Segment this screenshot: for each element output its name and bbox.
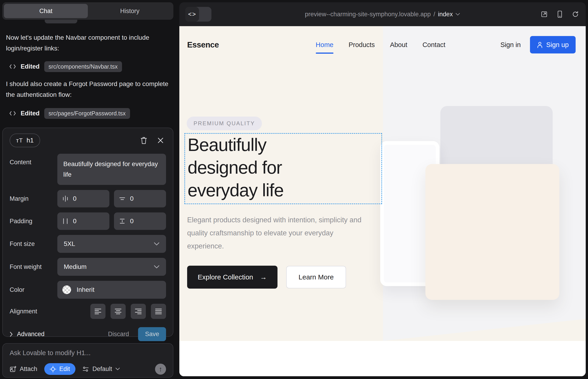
sliders-icon [82,366,89,372]
edited-label: Edited [21,63,40,70]
nav-link-contact[interactable]: Contact [422,41,445,49]
edited-file-badge[interactable]: src/components/Navbar.tsx [44,61,122,72]
alignment-field-label: Alignment [10,308,57,315]
hero-heading[interactable]: Beautifully designed for everyday life [187,134,283,202]
padding-horizontal-input[interactable]: 0 [57,212,109,230]
edit-mode-label: Edit [59,365,70,373]
tab-chat[interactable]: Chat [4,4,88,18]
attach-button[interactable]: Attach [10,365,37,373]
preview-url-page[interactable]: index [438,11,453,18]
send-button[interactable]: ↑ [155,364,166,375]
selected-element-pill: тT h1 [10,134,40,147]
padding-field-label: Padding [10,218,57,225]
edited-file-badge[interactable]: src/pages/ForgotPassword.tsx [44,108,130,119]
learn-more-button[interactable]: Learn More [286,266,346,288]
mobile-view-icon[interactable] [557,11,562,18]
chat-message: I should also create a Forgot Password p… [6,79,169,100]
font-weight-select[interactable]: Medium [57,258,166,276]
scrolled-chat-item-peek [45,20,77,23]
code-view-toggle[interactable]: <> [185,7,211,22]
content-field-label: Content [10,154,57,166]
color-field-label: Color [10,286,57,293]
color-value: Inherit [77,286,94,293]
tab-history[interactable]: History [88,4,172,18]
font-size-field-label: Font size [10,240,57,248]
user-icon [537,42,543,48]
nav-link-home[interactable]: Home [316,41,333,49]
code-icon [9,63,16,69]
model-default-dropdown[interactable]: Default [82,365,120,373]
margin-vertical-input[interactable]: 0 [114,190,166,207]
save-button[interactable]: Save [138,327,166,341]
sign-in-link[interactable]: Sign in [500,41,521,49]
rendered-site: Essence Home Products About Contact Sign… [179,26,586,376]
align-justify-button[interactable] [151,304,166,319]
font-weight-value: Medium [64,263,87,270]
chevron-down-icon [115,367,120,371]
chat-history-tabbar: Chat History [2,2,173,20]
preview-url-bar: preview--charming-site-symphony.lovable.… [179,11,586,18]
advanced-toggle[interactable]: Advanced [10,331,45,338]
edit-mode-button[interactable]: Edit [44,363,76,375]
nav-link-products[interactable]: Products [349,41,375,49]
close-editor-button[interactable] [157,137,164,144]
align-center-button[interactable] [110,304,126,319]
advanced-label: Advanced [17,331,45,338]
sign-up-button[interactable]: Sign up [530,36,576,53]
next-section-background [179,341,586,376]
hero-heading-line: Beautifully [187,134,283,156]
discard-button[interactable]: Discard [108,331,129,338]
align-left-button[interactable] [90,304,106,319]
transparent-swatch-icon [62,285,71,294]
chevron-down-icon [154,242,160,246]
hero-badge: PREMIUM QUALITY [187,117,262,130]
file-edit-row[interactable]: Edited src/pages/ForgotPassword.tsx [9,107,130,120]
model-default-label: Default [93,365,112,373]
explore-collection-label: Explore Collection [198,273,253,281]
edit-target-icon [50,366,56,372]
font-weight-field-label: Font weight [10,263,57,270]
margin-field-label: Margin [10,195,57,202]
hero-description: Elegant products designed with intention… [187,213,371,253]
margin-horizontal-input[interactable]: 0 [57,190,109,207]
attach-image-icon [10,366,16,373]
chevron-down-icon [154,265,160,269]
margin-horizontal-icon [62,195,68,202]
hero-heading-line: everyday life [187,179,283,202]
padding-vertical-icon [119,218,125,224]
sign-up-label: Sign up [546,41,569,49]
decor-card-cream [425,164,559,300]
font-size-select[interactable]: 5XL [57,235,166,253]
code-icon[interactable]: <> [185,7,199,22]
nav-link-about[interactable]: About [390,41,407,49]
padding-horizontal-value: 0 [73,218,77,225]
content-input[interactable]: Beautifully designed for everyday life [57,154,166,185]
learn-more-label: Learn More [299,273,334,281]
margin-vertical-value: 0 [130,195,134,202]
send-arrow-icon: ↑ [159,365,162,373]
arrow-right-icon: → [260,273,267,281]
file-edit-row[interactable]: Edited src/components/Navbar.tsx [9,60,122,73]
preview-url-separator: / [433,11,435,18]
margin-horizontal-value: 0 [73,195,77,202]
open-external-icon[interactable] [541,11,548,18]
font-size-value: 5XL [64,240,75,248]
explore-collection-button[interactable]: Explore Collection → [187,266,278,289]
site-brand[interactable]: Essence [187,40,219,49]
element-tag-label: h1 [27,137,34,144]
element-editor-panel: тT h1 Content Beautifully designe [2,127,173,337]
prompt-input[interactable]: Ask Lovable to modify H1... [10,349,166,357]
chevron-down-icon[interactable] [455,13,460,16]
hero-heading-line: designed for [187,156,283,179]
refresh-icon[interactable] [572,11,579,18]
preview-toolbar: <> preview--charming-site-symphony.lovab… [179,2,586,26]
delete-element-button[interactable] [140,137,147,144]
code-icon [9,110,16,116]
preview-url-host: preview--charming-site-symphony.lovable.… [305,11,431,18]
color-select[interactable]: Inherit [57,281,166,299]
edited-label: Edited [21,110,40,117]
align-right-button[interactable] [131,304,146,319]
lovable-editor-window: Chat History Now let's update the Navbar… [0,0,588,379]
padding-vertical-input[interactable]: 0 [114,212,166,230]
padding-vertical-value: 0 [130,218,134,225]
